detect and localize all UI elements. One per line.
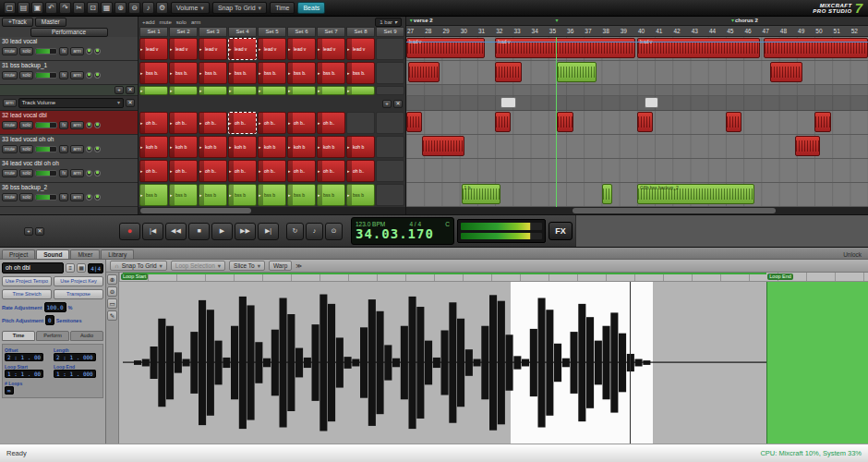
playhead[interactable] <box>556 37 557 207</box>
pan-knob[interactable] <box>86 72 92 79</box>
set-column-header[interactable]: Set 6 <box>287 27 316 37</box>
close-row-button[interactable]: ✕ <box>35 227 44 236</box>
stop-button[interactable]: ■ <box>188 223 210 240</box>
master-fx-button[interactable]: FX <box>549 222 573 240</box>
timeline-marker[interactable]: ▾verse 2 <box>410 17 433 25</box>
subtab-perform[interactable]: Perform <box>36 331 69 341</box>
field-loop-end-value[interactable]: 1 : 1 . 000 <box>54 370 96 378</box>
track-header[interactable]: 31 bss backup_1 mute solo fx arm <box>0 61 138 85</box>
copy-icon[interactable]: ⊡ <box>87 2 99 14</box>
grid-clip[interactable]: ▸oh b.. <box>287 160 316 182</box>
grid-clip[interactable]: ▸bss b. <box>139 62 168 84</box>
metronome-button[interactable]: ♪ <box>306 223 323 240</box>
grid-clip[interactable]: ▸koh b <box>287 136 316 158</box>
slice-to-dropdown[interactable]: Slice To▾ <box>229 261 265 271</box>
arm-button[interactable]: arm <box>70 71 84 79</box>
undo-icon[interactable]: ↶ <box>45 2 57 14</box>
trim-knob[interactable] <box>94 194 101 201</box>
grid-clip[interactable]: ▸koh b <box>317 136 345 158</box>
warp-button[interactable]: Warp <box>269 261 292 271</box>
marker-row[interactable]: ▾verse 2▾▾chorus 2 <box>406 17 868 26</box>
timeline-clip[interactable]: 1 b.. <box>462 184 500 204</box>
close-automation-button[interactable]: ✕ <box>126 99 135 107</box>
grid-clip[interactable]: ▸lead v <box>258 38 286 60</box>
grid-clip[interactable]: ▸oh b.. <box>258 112 286 134</box>
time-readout[interactable]: 34.03.170 <box>356 227 450 241</box>
timeline-ruler[interactable]: 2728293031323334353637383940414243444546… <box>406 26 868 37</box>
redo-icon[interactable]: ↷ <box>59 2 71 14</box>
go-to-end-button[interactable]: ▶| <box>258 223 279 240</box>
track-header[interactable]: 34 lead voc dbl oh oh mute solo fx arm <box>0 159 138 183</box>
master-track-button[interactable]: Master <box>35 18 66 27</box>
grid-add-button[interactable]: +add <box>142 19 155 25</box>
grid-scrollbar[interactable] <box>139 207 405 214</box>
grid-clip[interactable]: ▸bss b <box>317 184 345 206</box>
save-project-icon[interactable]: ▣ <box>31 2 43 14</box>
empty-clip-slot[interactable] <box>376 62 404 84</box>
more-tools-chevrons[interactable]: ≫ <box>295 262 302 270</box>
grid-clip[interactable]: ▸oh b.. <box>169 160 198 182</box>
grid-clip[interactable]: ▸oh b.. <box>139 112 168 134</box>
grid-clip[interactable]: ▸koh b <box>228 136 257 158</box>
grid-clip[interactable]: ▸bss b. <box>346 62 375 84</box>
grid-clip[interactable]: ▸bss b. <box>287 62 316 84</box>
performance-panel-button[interactable]: Performance <box>30 28 108 37</box>
timeline-clip[interactable] <box>557 112 573 132</box>
mute-button[interactable]: mute <box>2 193 18 201</box>
record-button[interactable]: ● <box>119 223 140 240</box>
set-column-header[interactable]: Set 8 <box>346 27 375 37</box>
grid-clip[interactable]: ▸oh b.. <box>199 160 227 182</box>
grid-clip[interactable]: ▸lead v <box>287 38 316 60</box>
zoom-in-button[interactable]: ⊕ <box>107 274 117 285</box>
grid-solo-button[interactable]: solo <box>176 19 187 25</box>
grid-clip[interactable]: ▸bss b <box>139 184 168 206</box>
trim-knob[interactable] <box>94 170 101 176</box>
set-column-header[interactable]: Set 4 <box>228 27 257 37</box>
solo-button[interactable]: solo <box>19 71 33 79</box>
waveform-area[interactable] <box>119 282 868 444</box>
set-column-header[interactable]: Set 9 <box>376 27 404 37</box>
grid-clip[interactable]: ▸oh b.. <box>258 160 286 182</box>
empty-clip-slot[interactable] <box>376 136 404 158</box>
grid-clip[interactable]: ▸ <box>139 86 168 95</box>
set-column-header[interactable]: Set 1 <box>139 27 168 37</box>
mute-button[interactable]: mute <box>2 71 18 79</box>
loop-end-marker[interactable]: Loop End <box>767 274 793 280</box>
grid-clip[interactable]: ▸bss b <box>287 184 316 206</box>
arm-button[interactable]: arm <box>70 47 84 55</box>
play-button[interactable]: ▶ <box>211 223 233 240</box>
grid-clip[interactable]: ▸lead v <box>317 38 345 60</box>
beats-mode-button[interactable]: Beats <box>297 2 325 14</box>
fx-button[interactable]: fx <box>59 121 68 129</box>
grid-clip[interactable]: ▸ <box>169 86 198 95</box>
trim-knob[interactable] <box>94 146 101 152</box>
timeline-marker[interactable]: ▾ <box>556 17 559 25</box>
grid-clip[interactable]: ▸bss b. <box>258 62 286 84</box>
open-project-icon[interactable]: ▤ <box>18 2 30 14</box>
track-header[interactable]: 33 lead vocal oh oh mute solo fx arm <box>0 135 138 159</box>
fast-forward-button[interactable]: ▶▶ <box>235 223 256 240</box>
grid-clip[interactable]: ▸lead v <box>199 38 227 60</box>
paste-icon[interactable]: ▦ <box>101 2 113 14</box>
grid-clip[interactable]: ▸koh b <box>199 136 227 158</box>
timeline-clip[interactable] <box>495 62 522 82</box>
grid-view-icon[interactable]: ▦ <box>77 263 86 273</box>
mute-button[interactable]: mute <box>2 47 18 55</box>
key-readout[interactable]: C <box>445 221 450 227</box>
field-loops-value[interactable]: ∞ <box>5 386 14 395</box>
empty-clip-slot[interactable] <box>376 112 404 134</box>
zoom-out-icon[interactable]: ⊖ <box>128 2 140 14</box>
grid-clip[interactable]: ▸lead v <box>228 38 257 60</box>
zoom-in-icon[interactable]: ⊕ <box>115 2 127 14</box>
grid-close-lane-button[interactable]: ✕ <box>393 100 403 108</box>
loop-mode-button[interactable]: ↻ <box>286 223 304 240</box>
timeline-clip[interactable] <box>495 112 511 132</box>
add-row-button[interactable]: + <box>24 227 33 236</box>
timeline-clip[interactable] <box>406 112 422 132</box>
grid-clip[interactable]: ▸lead v <box>139 38 168 60</box>
grid-clip[interactable]: ▸oh b.. <box>287 112 316 134</box>
metronome-icon[interactable]: ♪ <box>142 2 154 14</box>
arm-button[interactable]: arm <box>70 169 84 177</box>
timeline-clip[interactable] <box>500 97 516 108</box>
arm-button[interactable]: arm <box>70 121 84 129</box>
